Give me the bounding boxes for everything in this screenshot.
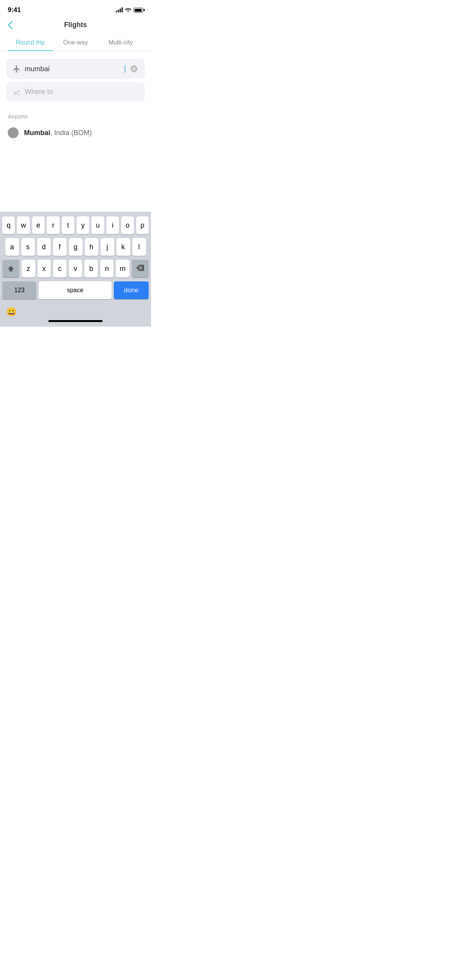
done-key[interactable]: done: [114, 281, 149, 299]
keyboard-row-4: 123 space done: [2, 281, 149, 299]
to-input[interactable]: Where to: [25, 88, 139, 96]
key-h[interactable]: h: [85, 238, 98, 256]
key-j[interactable]: j: [101, 238, 114, 256]
status-icons: [116, 7, 143, 13]
key-n[interactable]: n: [100, 260, 114, 278]
key-u[interactable]: u: [91, 216, 104, 234]
key-z[interactable]: z: [22, 260, 35, 278]
signal-icon: [116, 8, 123, 12]
key-v[interactable]: v: [69, 260, 82, 278]
key-x[interactable]: x: [38, 260, 51, 278]
key-s[interactable]: s: [21, 238, 35, 256]
key-e[interactable]: e: [32, 216, 45, 234]
clear-from-button[interactable]: [129, 64, 139, 74]
key-r[interactable]: r: [47, 216, 59, 234]
key-g[interactable]: g: [69, 238, 82, 256]
key-d[interactable]: d: [37, 238, 51, 256]
key-w[interactable]: w: [17, 216, 29, 234]
key-o[interactable]: o: [121, 216, 134, 234]
wifi-icon: [125, 7, 131, 13]
key-y[interactable]: y: [77, 216, 89, 234]
tab-round-trip[interactable]: Round-trip: [8, 34, 53, 51]
text-cursor: [125, 65, 125, 73]
tab-multi-city[interactable]: Multi-city: [98, 34, 143, 51]
home-indicator: [48, 320, 103, 322]
key-a[interactable]: a: [5, 238, 19, 256]
back-button[interactable]: [8, 21, 12, 29]
airports-section-label: Airports: [8, 113, 143, 120]
key-p[interactable]: p: [136, 216, 149, 234]
emoji-button[interactable]: 😀: [6, 307, 17, 317]
key-t[interactable]: t: [62, 216, 74, 234]
airport-name: Mumbai, India (BOM): [24, 129, 92, 137]
backspace-key[interactable]: [132, 260, 149, 278]
departure-plane-icon: [12, 65, 21, 73]
airport-dot-icon: [8, 127, 19, 138]
nums-key[interactable]: 123: [2, 281, 36, 299]
from-field[interactable]: mumbai: [6, 59, 145, 79]
trip-type-tabs: Round-trip One-way Multi-city: [0, 34, 151, 51]
backspace-icon: [136, 265, 144, 272]
airport-name-normal: , India (BOM): [50, 129, 92, 137]
search-fields: mumbai Where to: [0, 51, 151, 105]
keyboard: q w e r t y u i o p a s d f g h j k l z …: [0, 212, 151, 327]
key-b[interactable]: b: [84, 260, 98, 278]
keyboard-row-1: q w e r t y u i o p: [2, 216, 149, 234]
keyboard-row-2: a s d f g h j k l: [2, 238, 149, 256]
key-f[interactable]: f: [53, 238, 67, 256]
emoji-row: 😀: [2, 303, 149, 320]
battery-icon: [134, 8, 143, 12]
airports-section: Airports Mumbai, India (BOM): [0, 105, 151, 140]
airport-name-bold: Mumbai: [24, 129, 50, 137]
key-k[interactable]: k: [117, 238, 130, 256]
page-header: Flights: [0, 17, 151, 34]
status-bar: 9:41: [0, 0, 151, 17]
key-i[interactable]: i: [106, 216, 119, 234]
key-m[interactable]: m: [116, 260, 129, 278]
key-l[interactable]: l: [132, 238, 146, 256]
tab-one-way[interactable]: One-way: [53, 34, 98, 51]
space-key[interactable]: space: [39, 281, 112, 299]
keyboard-row-3: z x c v b n m: [2, 260, 149, 278]
airport-item[interactable]: Mumbai, India (BOM): [8, 125, 143, 140]
arrival-plane-icon: [12, 87, 21, 96]
page-title: Flights: [64, 21, 87, 29]
to-field[interactable]: Where to: [6, 82, 145, 101]
key-q[interactable]: q: [2, 216, 15, 234]
from-input[interactable]: mumbai: [25, 65, 120, 73]
shift-key[interactable]: [2, 260, 19, 278]
key-c[interactable]: c: [53, 260, 67, 278]
status-time: 9:41: [8, 6, 21, 14]
